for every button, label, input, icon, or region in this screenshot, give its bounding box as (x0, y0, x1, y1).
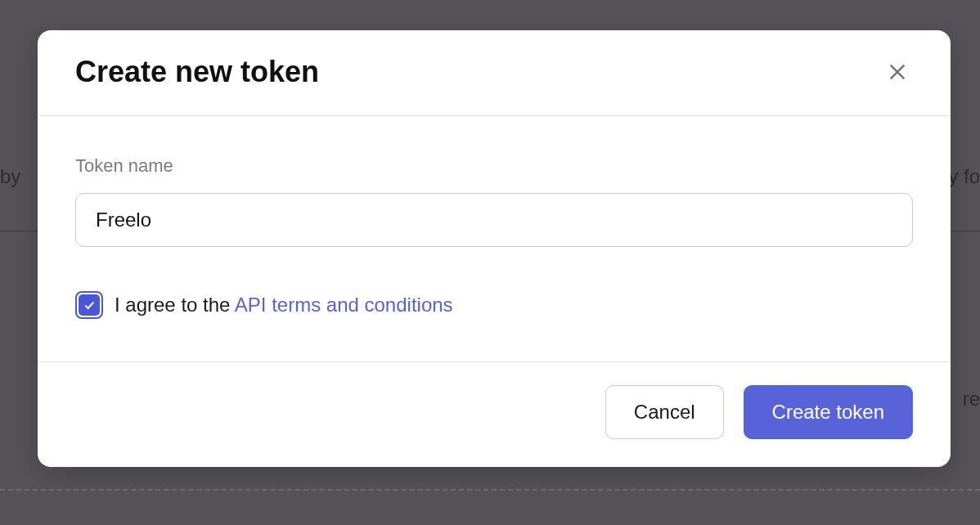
agree-prefix-text: I agree to the (115, 294, 235, 316)
modal-footer: Cancel Create token (38, 361, 951, 467)
close-icon (887, 61, 908, 83)
agree-checkbox[interactable] (75, 291, 103, 319)
agree-row: I agree to the API terms and conditions (75, 291, 913, 319)
modal-body: Token name I agree to the API terms and … (38, 116, 951, 361)
modal-title: Create new token (75, 55, 319, 89)
agree-label: I agree to the API terms and conditions (115, 294, 453, 316)
token-name-label: Token name (75, 155, 913, 177)
backdrop-divider-dashed (0, 489, 980, 491)
create-token-button[interactable]: Create token (744, 385, 913, 439)
modal-header: Create new token (38, 30, 951, 116)
close-button[interactable] (882, 56, 913, 88)
checkmark-icon (83, 298, 96, 312)
create-token-modal: Create new token Token name I agree to t… (38, 30, 951, 467)
backdrop-text-right: y fo (948, 165, 980, 188)
cancel-button[interactable]: Cancel (605, 385, 724, 439)
token-name-input[interactable] (75, 193, 913, 247)
terms-link[interactable]: API terms and conditions (235, 294, 453, 316)
backdrop-text-left: by (0, 165, 20, 188)
backdrop-text-right2: re (963, 388, 980, 411)
